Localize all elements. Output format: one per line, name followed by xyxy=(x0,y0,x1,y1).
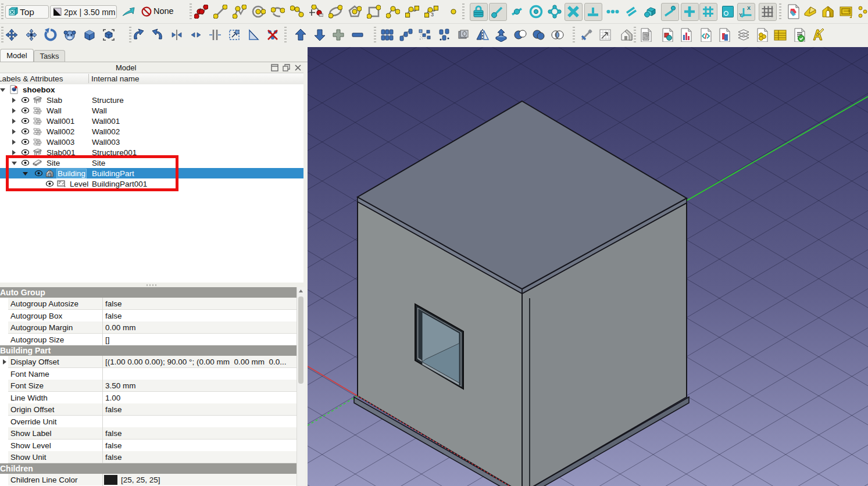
svg-text:Y: Y xyxy=(739,12,742,18)
svg-text:X: X xyxy=(747,5,751,11)
svg-text:3: 3 xyxy=(431,12,434,17)
